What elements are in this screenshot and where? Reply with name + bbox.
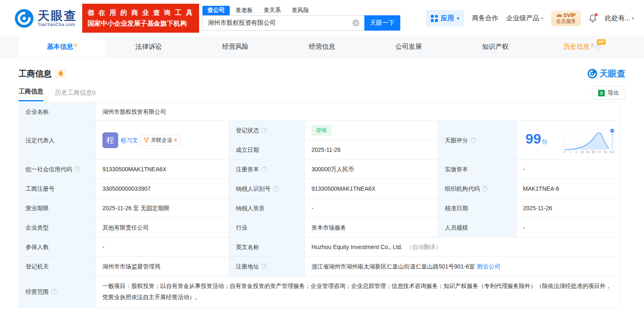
tab-company-development[interactable]: 公司发展 [365,36,452,58]
label-company-name: 企业名称 [19,103,96,121]
help-icon[interactable]: ? [261,264,267,269]
help-icon[interactable]: ? [261,166,267,172]
subtab-business-info[interactable]: 工商信息 [19,88,43,101]
tab-operation-info[interactable]: 经营信息 [279,36,366,58]
label-paid-capital: 实缴资本 [438,160,516,179]
help-icon[interactable]: ? [74,166,80,172]
biz-cooperation-label: 商务合作 [472,14,499,23]
label-reg-authority: 登记机关 [19,257,96,276]
crown-icon [556,13,562,17]
help-icon[interactable]: ? [273,186,279,192]
label-establish-date: 成立日期 [229,140,305,160]
svg-text:50: 50 [586,150,589,154]
label-english-name: 英文名称 [229,237,305,257]
section-title: 工商信息 [19,68,52,79]
header: 天眼查 TianYanCha.com 都 在 用 的 商 业 查 询 工 具 国… [0,0,644,36]
tab-operation-risk[interactable]: 经营风险 [192,36,279,58]
search-tab-risk[interactable]: 查风险 [287,6,314,15]
subtab-history-business-info[interactable]: 历史工商信息0 [55,89,95,101]
svg-text:100: 100 [609,150,615,154]
svg-text:3: 3 [575,150,577,154]
svip-label: SVIP [563,12,576,18]
value-reg-capital: 300000万人民币 [305,160,438,179]
tianyancha-logo-icon [587,69,597,79]
value-insured-count: - [96,237,229,257]
search-area: 查公司 查老板 查关系 查风险 ✕ 天眼一下 [202,6,400,31]
value-establish-date: 2025-11-26 [305,140,438,160]
subscribe-bell-icon[interactable] [56,69,66,79]
search-tab-company[interactable]: 查公司 [202,6,230,15]
biz-cooperation-link[interactable]: 商务合作 [472,14,499,23]
legal-rep-avatar[interactable]: 程 [102,132,118,148]
value-legal-rep: 程 程习文 关联企业 4 [96,121,229,160]
svg-text:15: 15 [580,150,584,154]
label-reg-capital: 注册资本? [229,160,305,179]
tab-history-info[interactable]: VIP 历史信息 2 ? [539,36,625,58]
label-org-code: 组织机构代码? [438,179,516,199]
export-button[interactable]: X 导出 [592,86,625,100]
svg-text:0: 0 [564,150,566,154]
label-business-scope: 经营范围? [19,276,96,307]
tab-company-development-label: 公司发展 [395,43,422,51]
tab-intellectual-property[interactable]: 知识产权 [452,36,539,58]
value-taxpayer-quality: - [305,199,438,218]
svg-text:97: 97 [598,150,601,154]
tab-operation-risk-label: 经营风险 [222,43,249,51]
value-business-term: 2025-11-26 至 无固定期限 [96,199,229,218]
value-taxpayer-id: 91330500MAK1TNEA6X [305,179,438,199]
value-staff-size: - [516,218,621,237]
vip-badge: VIP [597,39,606,45]
apps-button[interactable]: 应用 ▾ [426,10,464,26]
logo-text-cn: 天眼查 [38,10,77,22]
tab-basic-info-count: 8 [74,43,77,48]
notification-bell-icon[interactable] [589,14,597,23]
svg-text:99: 99 [604,150,607,154]
tianyancha-logo[interactable]: 天眼查 TianYanCha.com [14,9,77,28]
label-reg-address: 注册地址? [229,257,305,276]
label-reg-status: 登记状态? [229,121,305,140]
score-unit: 分 [542,138,548,145]
label-staff-size: 人员规模 [438,218,516,237]
label-reg-number: 工商注册号 [19,179,96,199]
help-icon[interactable]: ? [51,289,57,295]
value-company-type: 其他有限责任公司 [96,218,229,237]
label-legal-rep: 法定代表人 [19,121,96,160]
value-tyc-score[interactable]: 99分 0 1 3 15 50 [516,121,621,160]
tab-operation-info-label: 经营信息 [309,43,335,51]
excel-icon: X [598,90,605,96]
help-icon[interactable]: ? [482,186,488,192]
svg-text:85: 85 [592,150,595,154]
status-badge: 存续 [311,125,331,136]
search-button[interactable]: 天眼一下 [364,15,400,31]
legal-rep-name-link[interactable]: 程习文 [121,136,138,144]
svip-member-button[interactable]: SVIP 会员服务 [551,10,581,26]
tab-basic-info-label: 基本信息 [47,43,73,51]
value-credit-code: 91330500MAK1TNEA6X [96,160,229,179]
svip-sub-label: 会员服务 [556,18,576,24]
tab-history-info-label: 历史信息 [563,43,590,51]
apps-grid-icon [431,15,438,22]
account-menu[interactable]: 此处有... ▾ [605,14,634,23]
related-companies-tag[interactable]: 关联企业 4 [140,135,180,146]
help-icon[interactable]: ? [595,44,601,50]
business-info-table: 企业名称 湖州市股权投资有限公司 法定代表人 程 程习文 关联企业 4 登记状态… [19,102,621,307]
apps-label: 应用 [441,14,454,23]
nearby-companies-link[interactable]: 附近公司 [477,262,500,271]
help-icon[interactable]: ? [261,127,267,133]
main-content: 工商信息 天眼查 工商信息 历史工商信息0 X 导出 [0,68,644,307]
enterprise-products-link[interactable]: 企业级产品 ▾ [506,14,544,23]
related-companies-label: 关联企业 [151,136,172,144]
tab-basic-info[interactable]: 基本信息 8 [19,36,105,58]
score-number: 99 [525,131,541,146]
search-tab-boss[interactable]: 查老板 [231,6,258,15]
clear-search-icon[interactable]: ✕ [352,19,359,26]
help-icon[interactable]: ? [471,137,476,143]
search-input[interactable] [202,15,364,31]
value-company-name: 湖州市股权投资有限公司 [96,103,621,121]
header-right: 应用 ▾ 商务合作 企业级产品 ▾ SVIP 会员服务 [426,10,634,26]
search-tab-relation[interactable]: 查关系 [259,6,286,15]
tab-legal-litigation[interactable]: 法律诉讼 [105,36,192,58]
label-insured-count: 参保人数 [19,237,96,257]
chevron-down-icon: ▾ [457,16,459,21]
value-reg-address: 浙江省湖州市湖州南太湖新区仁皇山街道仁皇山路501号901-6室 附近公司 [305,257,621,276]
